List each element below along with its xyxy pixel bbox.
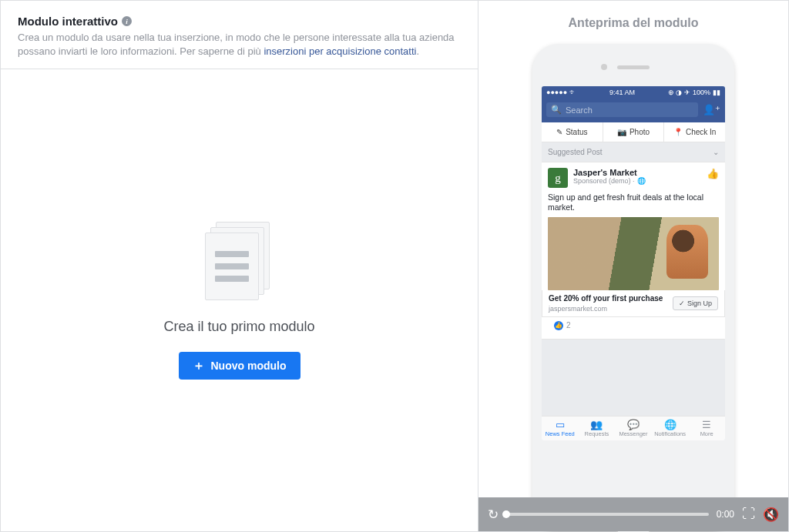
form-builder-header: Modulo interattivo i Crea un modulo da u…	[1, 1, 478, 69]
status-time: 9:41 AM	[609, 89, 635, 96]
sponsored-label: Sponsored (demo) ·🌐	[573, 177, 646, 185]
globe-nav-icon: 🌐	[652, 420, 689, 430]
section-description: Crea un modulo da usare nella tua inserz…	[18, 31, 461, 58]
nav-more[interactable]: ☰More	[688, 417, 725, 440]
globe-icon: 🌐	[637, 177, 646, 185]
pencil-icon: ✎	[556, 128, 562, 136]
suggested-post-header: Suggested Post ⌄	[542, 142, 725, 162]
section-title: Modulo interattivo i	[18, 15, 132, 28]
chevron-down-icon[interactable]: ⌄	[713, 148, 719, 156]
post-cta-bar: Get 20% off your first purchase jaspersm…	[542, 290, 725, 317]
tab-checkin[interactable]: 📍Check In	[664, 122, 725, 142]
nav-notifications[interactable]: 🌐Notifications	[652, 417, 689, 440]
pin-icon: 📍	[673, 128, 683, 136]
post-image[interactable]	[548, 217, 719, 290]
replay-icon[interactable]: ↻	[488, 507, 499, 523]
like-reaction-icon: 👍	[554, 321, 563, 330]
form-builder-panel: Modulo interattivo i Crea un modulo da u…	[1, 1, 478, 531]
phone-mockup: ●●●●●ᯤ 9:41 AM ⊕ ◑ ✈100%▮▮ 🔍 Search 👤⁺ ✎…	[532, 44, 734, 531]
search-row: 🔍 Search 👤⁺	[542, 99, 725, 122]
page-name[interactable]: Jasper's Market	[573, 168, 646, 177]
like-count: 2	[566, 321, 571, 330]
post-body: Sign up and get fresh fruit deals at the…	[548, 192, 719, 212]
video-scrubber[interactable]	[506, 513, 709, 516]
ad-post-card: g Jasper's Market Sponsored (demo) ·🌐 👍 …	[542, 162, 725, 340]
feed-icon: ▭	[542, 420, 579, 430]
composer-tabs: ✎Status 📷Photo 📍Check In	[542, 122, 725, 142]
empty-state: Crea il tuo primo modulo ＋ Nuovo modulo	[1, 69, 478, 531]
nav-news-feed[interactable]: ▭News Feed	[542, 417, 579, 440]
volume-icon[interactable]: 🔇	[763, 507, 779, 523]
tab-status[interactable]: ✎Status	[542, 122, 603, 142]
empty-state-title: Crea il tuo primo modulo	[163, 319, 314, 335]
status-bar: ●●●●●ᯤ 9:41 AM ⊕ ◑ ✈100%▮▮	[542, 86, 725, 99]
like-page-icon[interactable]: 👍	[707, 168, 719, 179]
tab-photo[interactable]: 📷Photo	[603, 122, 665, 142]
new-module-button[interactable]: ＋ Nuovo modulo	[179, 352, 300, 380]
people-icon: 👥	[579, 420, 616, 430]
signup-button[interactable]: ✓ Sign Up	[673, 296, 718, 310]
phone-screen: ●●●●●ᯤ 9:41 AM ⊕ ◑ ✈100%▮▮ 🔍 Search 👤⁺ ✎…	[542, 86, 725, 440]
messenger-icon: 💬	[615, 420, 652, 430]
section-title-text: Modulo interattivo	[18, 15, 118, 28]
cta-title: Get 20% off your first purchase	[549, 294, 663, 303]
preview-title: Anteprima del modulo	[569, 16, 699, 30]
bottom-nav: ▭News Feed 👥Requests 💬Messenger 🌐Notific…	[542, 416, 725, 440]
preview-panel: Anteprima del modulo ●●●●●ᯤ 9:41 AM ⊕ ◑ …	[478, 1, 788, 531]
friend-requests-icon[interactable]: 👤⁺	[703, 104, 720, 115]
video-time: 0:00	[717, 509, 734, 520]
fullscreen-icon[interactable]: ⛶	[742, 507, 755, 522]
cta-domain: jaspersmarket.com	[549, 305, 607, 313]
search-input[interactable]: 🔍 Search	[546, 102, 698, 117]
menu-icon: ☰	[688, 420, 725, 430]
camera-icon: 📷	[617, 128, 626, 136]
video-controls: ↻ 0:00 ⛶ 🔇	[478, 497, 788, 531]
nav-messenger[interactable]: 💬Messenger	[615, 417, 652, 440]
search-placeholder: Search	[566, 105, 593, 115]
learn-more-link[interactable]: inserzioni per acquisizione contatti	[264, 45, 416, 57]
page-avatar[interactable]: g	[548, 168, 568, 188]
document-stack-icon	[205, 222, 274, 299]
new-module-button-label: Nuovo modulo	[211, 360, 287, 372]
plus-icon: ＋	[193, 360, 205, 372]
nav-requests[interactable]: 👥Requests	[579, 417, 616, 440]
check-icon: ✓	[679, 299, 685, 307]
search-icon: 🔍	[551, 105, 562, 115]
reactions-row[interactable]: 👍 2	[548, 317, 719, 334]
info-icon[interactable]: i	[122, 16, 132, 26]
